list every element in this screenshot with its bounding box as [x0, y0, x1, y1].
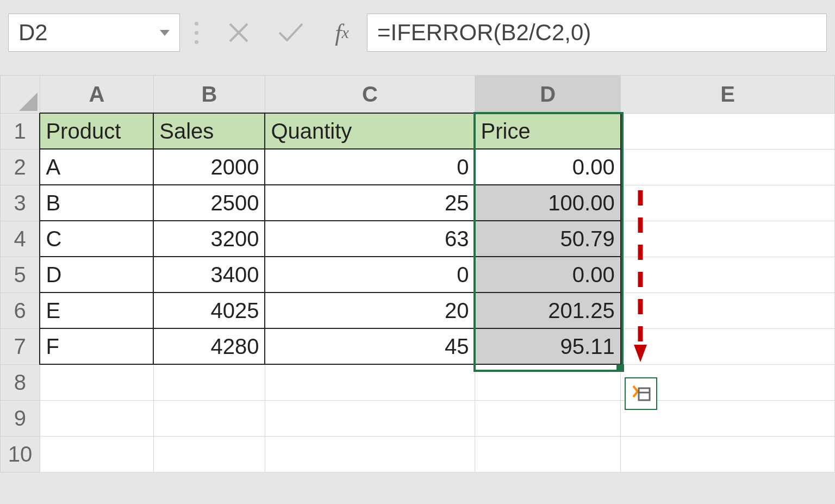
- autofill-options-button[interactable]: [625, 377, 657, 410]
- cell-C2[interactable]: 0: [265, 149, 475, 185]
- cell-B8[interactable]: [153, 364, 265, 400]
- check-icon: [277, 21, 304, 45]
- col-header-B[interactable]: B: [153, 76, 265, 114]
- formula-input[interactable]: =IFERROR(B2/C2,0): [367, 14, 827, 52]
- row-header-5[interactable]: 5: [1, 257, 40, 293]
- cell-A1[interactable]: Product: [40, 113, 153, 149]
- row-header-4[interactable]: 4: [1, 221, 40, 257]
- cell-E2[interactable]: [621, 149, 835, 185]
- cell-B5[interactable]: 3400: [153, 257, 265, 293]
- cell-D1[interactable]: Price: [475, 113, 621, 149]
- row-header-2[interactable]: 2: [1, 149, 40, 185]
- cell-A9[interactable]: [40, 400, 153, 436]
- formula-bar: D2 fx =IFERROR(B2/C2,0): [8, 14, 827, 52]
- cell-C7[interactable]: 45: [265, 328, 475, 364]
- cell-A8[interactable]: [40, 364, 153, 400]
- cell-A2[interactable]: A: [40, 149, 153, 185]
- cell-A3[interactable]: B: [40, 185, 153, 221]
- select-all-button[interactable]: [1, 76, 40, 114]
- name-box-value: D2: [18, 20, 48, 46]
- col-header-E[interactable]: E: [621, 76, 835, 114]
- row-header-6[interactable]: 6: [1, 293, 40, 328]
- cell-D4[interactable]: 50.79: [475, 221, 621, 257]
- fill-handle[interactable]: [616, 364, 624, 372]
- svg-rect-2: [639, 388, 650, 400]
- cell-C6[interactable]: 20: [265, 293, 475, 328]
- row-header-10[interactable]: 10: [1, 436, 40, 472]
- drag-handle-icon[interactable]: [180, 14, 213, 51]
- cell-D10[interactable]: [475, 436, 621, 472]
- cell-B7[interactable]: 4280: [153, 328, 265, 364]
- cell-E4[interactable]: [621, 221, 835, 257]
- cell-C1[interactable]: Quantity: [265, 113, 475, 149]
- cell-D6[interactable]: 201.25: [475, 293, 621, 328]
- row-header-9[interactable]: 9: [1, 400, 40, 436]
- row-header-3[interactable]: 3: [1, 185, 40, 221]
- cell-D9[interactable]: [475, 400, 621, 436]
- worksheet-grid[interactable]: A B C D E 1 Product Sales Quantity Price…: [0, 75, 835, 472]
- cell-D2[interactable]: 0.00: [475, 149, 621, 185]
- cell-C4[interactable]: 63: [265, 221, 475, 257]
- cell-C10[interactable]: [265, 436, 475, 472]
- svg-marker-5: [634, 345, 647, 362]
- enter-formula-button[interactable]: [265, 14, 317, 51]
- cell-B6[interactable]: 4025: [153, 293, 265, 328]
- cell-A5[interactable]: D: [40, 257, 153, 293]
- cell-E7[interactable]: [621, 328, 835, 364]
- cell-D5[interactable]: 0.00: [475, 257, 621, 293]
- row-header-8[interactable]: 8: [1, 364, 40, 400]
- cell-C5[interactable]: 0: [265, 257, 475, 293]
- cell-B2[interactable]: 2000: [153, 149, 265, 185]
- cell-C8[interactable]: [265, 364, 475, 400]
- cell-A10[interactable]: [40, 436, 153, 472]
- cell-B9[interactable]: [153, 400, 265, 436]
- cell-A4[interactable]: C: [40, 221, 153, 257]
- cell-B10[interactable]: [153, 436, 265, 472]
- row-header-7[interactable]: 7: [1, 328, 40, 364]
- arrow-down-icon: [634, 190, 650, 364]
- autofill-options-icon: [630, 383, 652, 405]
- cell-E3[interactable]: [621, 185, 835, 221]
- close-icon: [227, 21, 251, 45]
- row-header-1[interactable]: 1: [1, 113, 40, 149]
- cell-E10[interactable]: [621, 436, 835, 472]
- col-header-A[interactable]: A: [40, 76, 153, 114]
- cell-B1[interactable]: Sales: [153, 113, 265, 149]
- col-header-C[interactable]: C: [265, 76, 475, 114]
- cell-B3[interactable]: 2500: [153, 185, 265, 221]
- cell-D3[interactable]: 100.00: [475, 185, 621, 221]
- formula-text: =IFERROR(B2/C2,0): [377, 20, 591, 46]
- insert-function-button[interactable]: fx: [317, 19, 367, 47]
- cell-B4[interactable]: 3200: [153, 221, 265, 257]
- cell-A7[interactable]: F: [40, 328, 153, 364]
- cell-E1[interactable]: [621, 113, 835, 149]
- cancel-formula-button[interactable]: [213, 14, 265, 51]
- cell-D8[interactable]: [475, 364, 621, 400]
- excel-window: D2 fx =IFERROR(B2/C2,0) A B C D E 1: [0, 0, 835, 504]
- col-header-D[interactable]: D: [475, 76, 621, 114]
- name-box[interactable]: D2: [8, 14, 180, 52]
- cell-E6[interactable]: [621, 293, 835, 328]
- cell-C9[interactable]: [265, 400, 475, 436]
- cell-D7[interactable]: 95.11: [475, 328, 621, 364]
- cell-A6[interactable]: E: [40, 293, 153, 328]
- chevron-down-icon[interactable]: [160, 30, 170, 36]
- cell-E5[interactable]: [621, 257, 835, 293]
- cell-C3[interactable]: 25: [265, 185, 475, 221]
